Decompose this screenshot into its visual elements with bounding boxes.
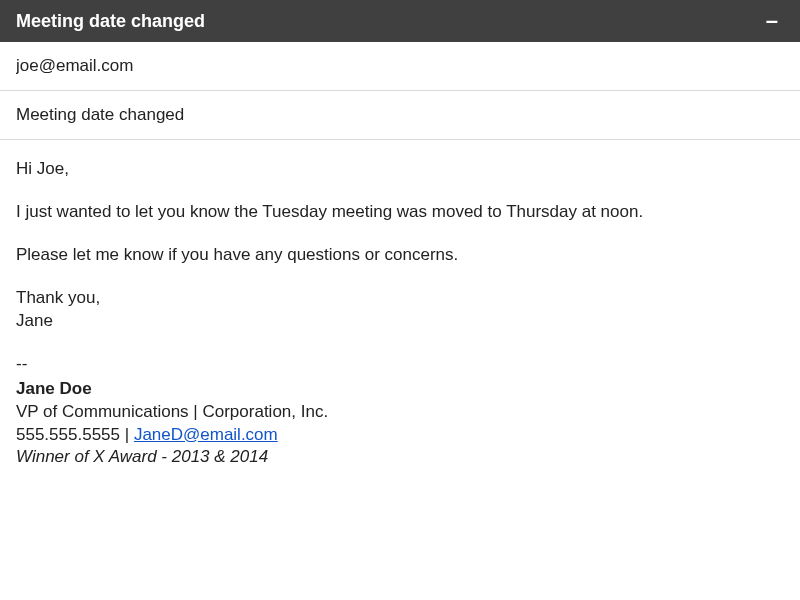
signature-phone: 555.555.5555 [16,425,120,444]
body-paragraph: I just wanted to let you know the Tuesda… [16,201,784,224]
signature-title: VP of Communications | Corporation, Inc. [16,401,784,424]
to-input[interactable] [16,56,784,76]
closing-thanks: Thank you, [16,287,784,310]
signature-divider: -- [16,353,784,376]
compose-window: Meeting date changed – Hi Joe, I just wa… [0,0,800,600]
body-greeting: Hi Joe, [16,158,784,181]
body-closing: Thank you, Jane [16,287,784,333]
signature-email-link[interactable]: JaneD@email.com [134,425,278,444]
message-body[interactable]: Hi Joe, I just wanted to let you know th… [0,140,800,600]
window-title: Meeting date changed [16,11,205,32]
minimize-button[interactable]: – [760,10,784,32]
to-field-row[interactable] [0,42,800,91]
body-paragraph: Please let me know if you have any quest… [16,244,784,267]
signature-name: Jane Doe [16,378,784,401]
subject-input[interactable] [16,105,784,125]
signature-block: -- Jane Doe VP of Communications | Corpo… [16,353,784,470]
signature-contact: 555.555.5555 | JaneD@email.com [16,424,784,447]
closing-name: Jane [16,310,784,333]
signature-separator: | [120,425,134,444]
subject-field-row[interactable] [0,91,800,140]
signature-award: Winner of X Award - 2013 & 2014 [16,446,784,469]
window-header: Meeting date changed – [0,0,800,42]
